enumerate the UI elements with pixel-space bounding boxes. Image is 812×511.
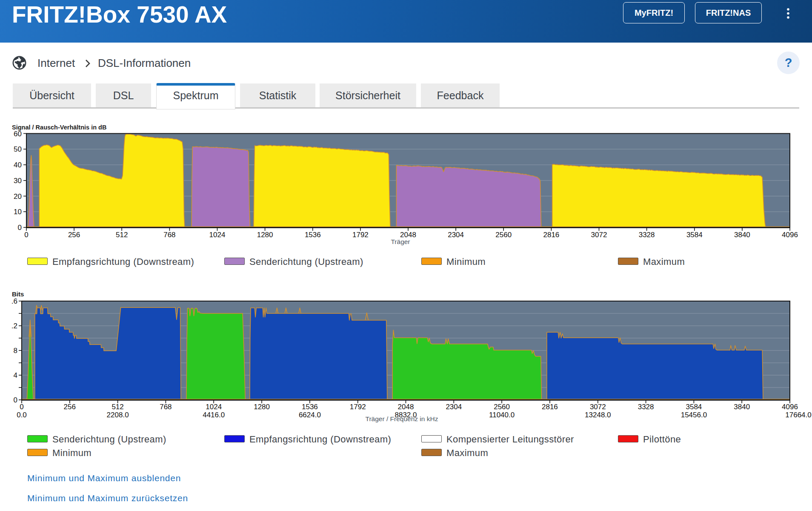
svg-text:1024: 1024	[206, 403, 222, 411]
svg-text:512: 512	[112, 403, 123, 411]
svg-text:2208.0: 2208.0	[107, 411, 129, 419]
svg-text:.6: .6	[11, 297, 17, 305]
svg-text:20: 20	[14, 192, 22, 201]
svg-text:2816: 2816	[543, 231, 559, 239]
svg-text:Träger: Träger	[391, 238, 410, 245]
svg-text:3328: 3328	[639, 231, 655, 239]
svg-text:50: 50	[14, 145, 22, 153]
svg-text:4: 4	[14, 371, 17, 379]
svg-text:256: 256	[68, 231, 80, 239]
svg-text:6624.0: 6624.0	[299, 411, 321, 419]
svg-text:3584: 3584	[686, 231, 703, 239]
svg-text:3072: 3072	[591, 231, 607, 239]
svg-text:0: 0	[20, 403, 23, 411]
svg-text:30: 30	[14, 177, 22, 185]
svg-text:768: 768	[163, 231, 175, 239]
svg-text:2304: 2304	[446, 403, 462, 411]
svg-text:Signal / Rausch-Verhältnis in: Signal / Rausch-Verhältnis in dB	[12, 124, 106, 131]
svg-text:3072: 3072	[590, 403, 606, 411]
svg-text:2560: 2560	[494, 403, 510, 411]
svg-text:2816: 2816	[542, 403, 558, 411]
svg-text:Bits: Bits	[12, 290, 24, 298]
svg-text:1792: 1792	[350, 403, 366, 411]
svg-text:17664.0: 17664.0	[785, 411, 811, 419]
svg-text:512: 512	[116, 231, 128, 239]
svg-text:40: 40	[14, 161, 22, 169]
svg-text:.2: .2	[11, 322, 17, 330]
svg-text:3840: 3840	[734, 231, 750, 239]
svg-text:0: 0	[24, 231, 28, 239]
svg-text:3328: 3328	[638, 403, 654, 411]
svg-text:1536: 1536	[305, 231, 321, 239]
svg-text:10: 10	[14, 208, 22, 216]
svg-text:13248.0: 13248.0	[585, 411, 611, 419]
svg-text:11040.0: 11040.0	[489, 411, 515, 419]
svg-text:3584: 3584	[686, 403, 702, 411]
svg-text:256: 256	[64, 403, 76, 411]
svg-text:1024: 1024	[209, 231, 226, 239]
svg-text:1792: 1792	[352, 231, 369, 239]
svg-text:2560: 2560	[495, 231, 512, 239]
svg-text:4096: 4096	[782, 403, 798, 411]
svg-text:0: 0	[14, 396, 17, 404]
svg-text:1536: 1536	[302, 403, 318, 411]
svg-text:768: 768	[160, 403, 172, 411]
svg-text:4416.0: 4416.0	[203, 411, 225, 419]
svg-text:15456.0: 15456.0	[681, 411, 707, 419]
svg-text:3840: 3840	[734, 403, 750, 411]
svg-text:2304: 2304	[448, 231, 464, 239]
svg-text:4096: 4096	[782, 231, 798, 239]
svg-text:Träger / Frequenz in kHz: Träger / Frequenz in kHz	[366, 415, 438, 422]
svg-text:1280: 1280	[257, 231, 273, 239]
svg-text:1280: 1280	[254, 403, 270, 411]
svg-text:0.0: 0.0	[17, 411, 27, 419]
svg-text:60: 60	[14, 130, 22, 138]
svg-text:2048: 2048	[398, 403, 414, 411]
svg-text:8: 8	[14, 347, 17, 355]
svg-text:0: 0	[18, 224, 22, 232]
